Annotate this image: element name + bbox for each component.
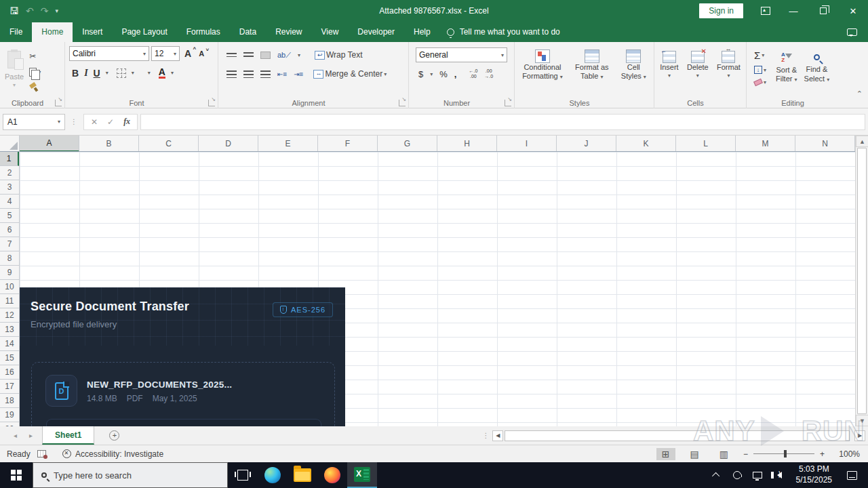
clipboard-dialog-launcher-icon[interactable] xyxy=(55,100,62,106)
row-header-17[interactable]: 17 xyxy=(0,380,19,394)
taskbar-search[interactable]: Type here to search xyxy=(33,462,228,488)
name-box-splitter[interactable]: ⋮ xyxy=(68,118,81,125)
formula-input[interactable] xyxy=(140,114,865,130)
row-header-14[interactable]: 14 xyxy=(0,337,19,351)
column-header-J[interactable]: J xyxy=(557,136,616,152)
tab-review[interactable]: Review xyxy=(266,22,311,42)
tab-formulas[interactable]: Formulas xyxy=(177,22,230,42)
start-button[interactable] xyxy=(0,462,33,488)
tray-chevron-icon[interactable] xyxy=(708,472,726,478)
minimize-button[interactable]: — xyxy=(778,0,808,22)
column-header-A[interactable]: A xyxy=(20,136,79,152)
font-color-icon[interactable]: A xyxy=(159,67,165,79)
cells-button-format[interactable]: Format▾ xyxy=(713,49,744,81)
increase-font-size-icon[interactable]: A˄ xyxy=(184,49,191,58)
font-color-caret-icon[interactable]: ▾ xyxy=(171,70,174,76)
undo-icon[interactable]: ↶ xyxy=(26,6,34,16)
row-header-9[interactable]: 9 xyxy=(0,266,19,280)
underline-caret-icon[interactable]: ▾ xyxy=(106,70,108,76)
action-center-icon[interactable] xyxy=(847,471,857,480)
zoom-level[interactable]: 100% xyxy=(834,449,860,459)
share-comment-icon[interactable] xyxy=(847,28,857,36)
excel-taskbar-button[interactable] xyxy=(347,462,377,488)
network-icon[interactable] xyxy=(749,472,766,479)
row-header-4[interactable]: 4 xyxy=(0,195,19,209)
currency-format-icon[interactable]: $ xyxy=(418,70,423,79)
column-header-K[interactable]: K xyxy=(616,136,676,152)
fill-color-caret-icon[interactable]: ▾ xyxy=(148,70,151,76)
new-sheet-button[interactable]: + xyxy=(109,426,119,445)
paste-button[interactable]: Paste ▾ xyxy=(1,47,27,91)
normal-view-icon[interactable]: ⊞ xyxy=(656,448,675,460)
page-layout-view-icon[interactable]: ▤ xyxy=(685,448,705,460)
tab-developer[interactable]: Developer xyxy=(348,22,404,42)
number-format-select[interactable]: General▾ xyxy=(416,47,507,62)
sign-in-button[interactable]: Sign in xyxy=(699,3,743,18)
page-break-view-icon[interactable]: ▥ xyxy=(714,448,734,460)
horizontal-scroll-thumb[interactable] xyxy=(505,430,849,441)
customize-quick-access-icon[interactable]: ▾ xyxy=(55,8,58,14)
cut-icon[interactable]: ✂ xyxy=(27,50,43,62)
row-header-15[interactable]: 15 xyxy=(0,351,19,365)
ribbon-display-options-icon[interactable] xyxy=(753,0,778,22)
edge-button[interactable] xyxy=(258,462,288,488)
select-all-corner[interactable] xyxy=(0,136,20,152)
align-center-icon[interactable] xyxy=(243,70,254,78)
bold-button[interactable]: B xyxy=(72,68,79,78)
row-header-3[interactable]: 3 xyxy=(0,180,19,195)
column-header-G[interactable]: G xyxy=(378,136,437,152)
column-header-H[interactable]: H xyxy=(437,136,497,152)
vertical-scroll-thumb[interactable] xyxy=(857,148,867,414)
prev-sheet-icon[interactable]: ◂ xyxy=(14,432,17,439)
row-header-12[interactable]: 12 xyxy=(0,308,19,323)
styles-button-cell[interactable]: CellStyles ▾ xyxy=(618,47,650,83)
tell-me-box[interactable]: Tell me what you want to do xyxy=(440,27,567,42)
insert-function-icon[interactable]: fx xyxy=(123,117,130,127)
column-header-M[interactable]: M xyxy=(736,136,795,152)
clear-icon[interactable]: ▾ xyxy=(752,78,768,87)
column-header-D[interactable]: D xyxy=(199,136,258,152)
borders-icon[interactable] xyxy=(117,68,126,78)
copy-icon[interactable]: ▾ xyxy=(27,66,43,78)
column-header-F[interactable]: F xyxy=(318,136,378,152)
zoom-out-icon[interactable]: − xyxy=(743,449,748,459)
font-name-select[interactable]: Calibri▾ xyxy=(69,46,149,61)
scroll-right-icon[interactable]: ▶ xyxy=(854,430,865,441)
zoom-slider[interactable] xyxy=(753,453,814,454)
task-view-button[interactable] xyxy=(228,462,258,488)
scroll-down-icon[interactable]: ▼ xyxy=(856,415,868,426)
row-header-8[interactable]: 8 xyxy=(0,251,19,266)
increase-indent-icon[interactable]: ⇥≡ xyxy=(294,70,303,78)
sort-filter-button[interactable]: AZ Sort & Filter ▾ xyxy=(772,50,801,85)
firefox-button[interactable] xyxy=(317,462,347,488)
number-dialog-launcher-icon[interactable] xyxy=(505,100,511,106)
alignment-dialog-launcher-icon[interactable] xyxy=(399,100,406,106)
redo-icon[interactable]: ↷ xyxy=(41,6,49,16)
sheet-tab-sheet1[interactable]: Sheet1 xyxy=(42,426,94,445)
tab-help[interactable]: Help xyxy=(404,22,440,42)
increase-decimal-icon[interactable]: ←.0 .00 xyxy=(469,68,477,80)
comma-format-icon[interactable]: , xyxy=(454,70,457,79)
align-middle-icon[interactable] xyxy=(243,52,254,58)
find-select-button[interactable]: Find & Select ▾ xyxy=(801,50,833,85)
percent-format-icon[interactable]: % xyxy=(439,70,448,79)
styles-button-format-as[interactable]: Format asTable ▾ xyxy=(572,47,612,83)
row-header-13[interactable]: 13 xyxy=(0,323,19,337)
tab-insert[interactable]: Insert xyxy=(73,22,112,42)
column-header-C[interactable]: C xyxy=(139,136,199,152)
cells-button-insert[interactable]: Insert▾ xyxy=(656,49,682,81)
close-button[interactable]: ✕ xyxy=(838,0,868,22)
align-left-icon[interactable] xyxy=(226,70,237,78)
scroll-up-icon[interactable]: ▲ xyxy=(856,136,868,147)
font-size-select[interactable]: 12▾ xyxy=(151,46,180,61)
next-sheet-icon[interactable]: ▸ xyxy=(29,432,33,439)
file-explorer-button[interactable] xyxy=(288,462,317,488)
borders-caret-icon[interactable]: ▾ xyxy=(132,70,134,76)
enter-icon[interactable]: ✓ xyxy=(107,117,114,127)
macro-record-icon[interactable] xyxy=(37,450,46,458)
cancel-icon[interactable]: ✕ xyxy=(91,117,98,127)
tab-home[interactable]: Home xyxy=(32,22,73,42)
column-header-B[interactable]: B xyxy=(79,136,139,152)
tray-app-icon[interactable] xyxy=(728,471,746,479)
decrease-font-size-icon[interactable]: A˅ xyxy=(199,50,204,58)
